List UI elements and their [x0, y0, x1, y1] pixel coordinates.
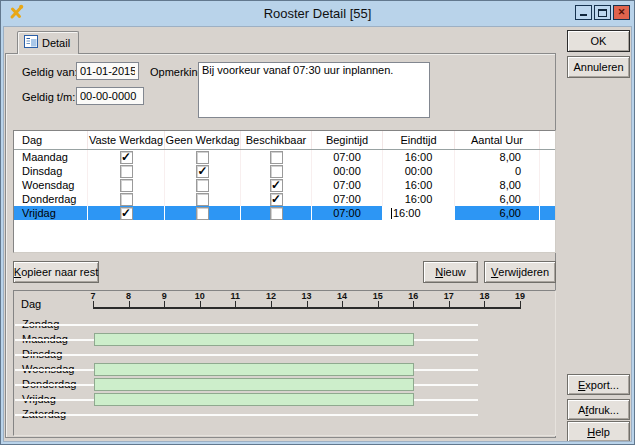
geldig-tm-label: Geldig t/m:: [22, 91, 75, 103]
annuleren-button[interactable]: Annuleren: [567, 56, 630, 78]
cell-begintijd[interactable]: 07:00: [312, 150, 383, 164]
cell-begintijd[interactable]: 00:00: [312, 164, 383, 178]
axis-tick: [271, 301, 272, 309]
vaste-werkdag-checkbox[interactable]: [120, 179, 133, 192]
table-header: Dag Vaste Werkdag Geen Werkdag Beschikba…: [14, 131, 555, 150]
geen-werkdag-checkbox[interactable]: ✓: [196, 165, 209, 178]
export-button[interactable]: Export...: [567, 374, 630, 395]
column-header-begintijd: Begintijd: [312, 131, 383, 149]
cell-geen-werkdag: [165, 192, 241, 206]
cell-filler: [540, 150, 555, 164]
chart-row-zondag: Zondag: [15, 317, 554, 332]
geldig-van-label: Geldig van:: [22, 66, 78, 78]
verwijderen-button[interactable]: Verwijderen: [484, 261, 556, 283]
cell-vaste-werkdag: [88, 192, 165, 206]
detail-tab-icon: [24, 35, 38, 50]
cell-beschikbaar: ✓: [241, 192, 312, 206]
cell-filler: [540, 164, 555, 178]
cell-eindtijd[interactable]: 00:00: [383, 164, 455, 178]
cell-eindtijd[interactable]: 16:00: [383, 192, 455, 206]
vaste-werkdag-checkbox[interactable]: ✓: [120, 151, 133, 164]
chart-row-dinsdag: Dinsdag: [15, 347, 554, 362]
cell-geen-werkdag: [165, 150, 241, 164]
axis-tick-label: 11: [231, 291, 241, 301]
cell-eindtijd[interactable]: 16:00: [383, 150, 455, 164]
app-icon: [8, 3, 25, 24]
vaste-werkdag-checkbox[interactable]: ✓: [120, 207, 133, 220]
axis-tick-label: 13: [301, 291, 311, 301]
cell-geen-werkdag: ✓: [165, 164, 241, 178]
geen-werkdag-checkbox[interactable]: [196, 179, 209, 192]
window-controls: [575, 5, 630, 20]
axis-tick: [129, 301, 130, 309]
chart-row-donderdag: Donderdag: [15, 377, 554, 392]
minimize-icon[interactable]: [575, 5, 592, 20]
geen-werkdag-checkbox[interactable]: [196, 207, 209, 220]
cell-beschikbaar: [241, 150, 312, 164]
axis-tick: [307, 301, 308, 309]
cell-begintijd[interactable]: 07:00: [312, 192, 383, 206]
beschikbaar-checkbox[interactable]: [270, 207, 283, 220]
cell-dag: Maandag: [14, 150, 88, 164]
axis-tick-label: 12: [266, 291, 276, 301]
help-button[interactable]: Help: [567, 421, 630, 442]
axis-tick: [484, 301, 485, 309]
axis-tick-label: 16: [408, 291, 418, 301]
geldig-tm-input[interactable]: [76, 87, 144, 105]
close-icon[interactable]: [613, 5, 630, 20]
schedule-chart: Dag 78910111213141516171819 Zondag Maand…: [13, 290, 556, 436]
axis-tick: [413, 301, 414, 309]
axis-tick: [342, 301, 343, 309]
geldig-van-input[interactable]: [76, 62, 139, 80]
cell-geen-werkdag: [165, 206, 241, 220]
cell-dag: Woensdag: [14, 178, 88, 192]
beschikbaar-checkbox[interactable]: [270, 151, 283, 164]
geen-werkdag-checkbox[interactable]: [196, 151, 209, 164]
cell-eindtijd-editing[interactable]: 16:00: [383, 206, 455, 220]
axis-tick: [449, 301, 450, 309]
table-row-vrijdag[interactable]: Vrijdag ✓ 07:00 16:00 6,00: [14, 206, 555, 220]
roster-table: Dag Vaste Werkdag Geen Werkdag Beschikba…: [13, 130, 556, 253]
cell-begintijd[interactable]: 07:00: [312, 206, 383, 220]
vaste-werkdag-checkbox[interactable]: [120, 193, 133, 206]
column-header-eindtijd: Eindtijd: [383, 131, 455, 149]
beschikbaar-checkbox[interactable]: ✓: [270, 179, 283, 192]
table-row-donderdag[interactable]: Donderdag ✓ 07:00 16:00 6,00: [14, 192, 555, 206]
beschikbaar-checkbox[interactable]: [270, 165, 283, 178]
axis-tick: [520, 301, 521, 309]
column-header-beschikbaar: Beschikbaar: [241, 131, 312, 149]
ok-button[interactable]: OK: [567, 30, 630, 52]
schedule-bar: [94, 378, 414, 391]
maximize-icon[interactable]: [594, 5, 611, 20]
cell-vaste-werkdag: [88, 164, 165, 178]
beschikbaar-checkbox[interactable]: ✓: [270, 193, 283, 206]
cell-aantal-uur: 8,00: [455, 178, 540, 192]
schedule-bar: [94, 363, 414, 376]
nieuw-button[interactable]: Nieuw: [423, 261, 478, 283]
cell-filler: [540, 192, 555, 206]
cell-dag: Donderdag: [14, 192, 88, 206]
geen-werkdag-checkbox[interactable]: [196, 193, 209, 206]
afdruk-button[interactable]: Afdruk...: [567, 399, 630, 420]
vaste-werkdag-checkbox[interactable]: [120, 165, 133, 178]
opmerking-textarea[interactable]: Bij voorkeur vanaf 07:30 uur inplannen.: [198, 62, 430, 118]
cell-eindtijd[interactable]: 16:00: [383, 178, 455, 192]
table-row-woensdag[interactable]: Woensdag ✓ 07:00 16:00 8,00: [14, 178, 555, 192]
axis-tick-label: 19: [515, 291, 525, 301]
table-row-dinsdag[interactable]: Dinsdag ✓ 00:00 00:00 0: [14, 164, 555, 178]
tab-detail[interactable]: Detail: [17, 31, 79, 54]
column-header-aantal-uur: Aantal Uur: [455, 131, 540, 149]
axis-tick-label: 9: [162, 291, 167, 301]
window-title: Rooster Detail [55]: [3, 6, 632, 21]
cell-begintijd[interactable]: 07:00: [312, 178, 383, 192]
cell-aantal-uur: 6,00: [455, 192, 540, 206]
cell-dag: Vrijdag: [14, 206, 88, 220]
schedule-bar: [94, 333, 414, 346]
cell-beschikbaar: [241, 164, 312, 178]
cell-vaste-werkdag: ✓: [88, 150, 165, 164]
kopieer-naar-rest-button[interactable]: Kopieer naar rest: [13, 261, 99, 283]
cell-filler: [540, 178, 555, 192]
table-row-maandag[interactable]: Maandag ✓ 07:00 16:00 8,00: [14, 150, 555, 164]
dialog-window: Rooster Detail [55] Detail OK Annu: [0, 0, 635, 445]
column-header-dag: Dag: [14, 131, 88, 149]
